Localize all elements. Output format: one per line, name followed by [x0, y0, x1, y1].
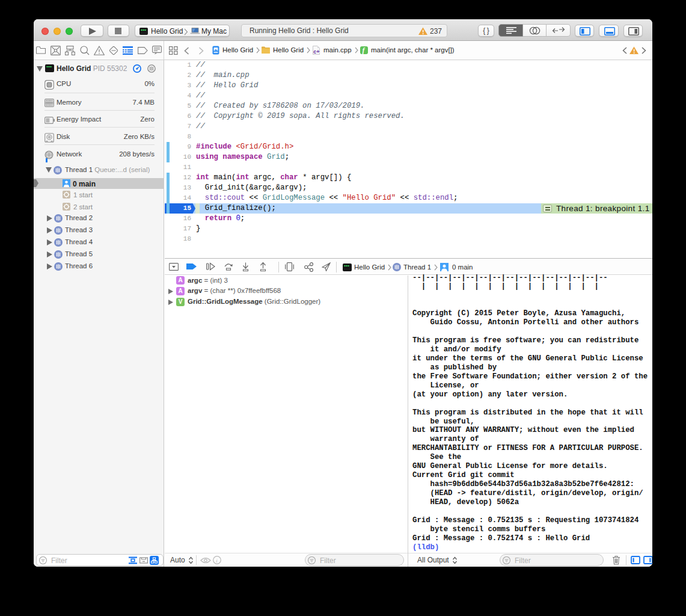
svg-text:i: i — [216, 558, 218, 564]
svg-text:c+: c+ — [313, 49, 319, 55]
